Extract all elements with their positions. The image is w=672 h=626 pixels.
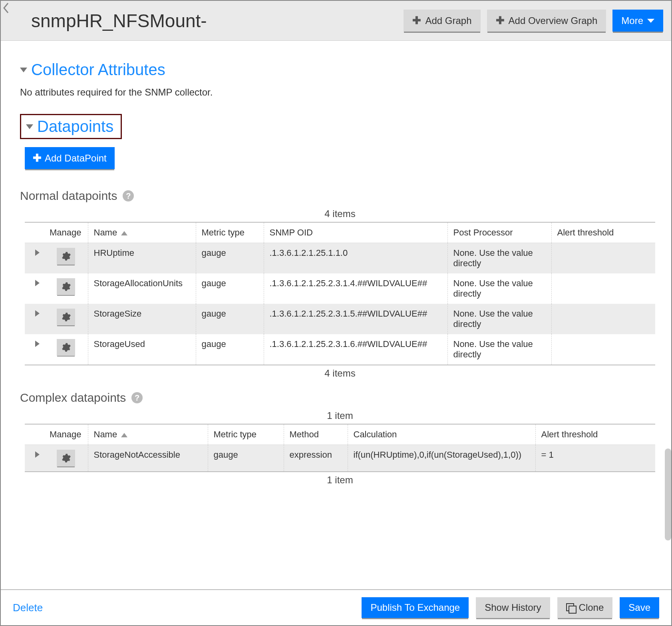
add-overview-graph-button[interactable]: ✚ Add Overview Graph (487, 10, 606, 32)
cell-metric: gauge (208, 445, 284, 472)
expand-triangle-icon (35, 341, 40, 347)
datapoints-title: Datapoints (37, 118, 113, 136)
manage-cell (44, 304, 88, 334)
cell-alert (551, 273, 655, 304)
cell-alert: = 1 (535, 445, 655, 472)
plus-icon: ✚ (496, 14, 505, 27)
page-title: snmpHR_NFSMount- (17, 10, 207, 32)
cell-metric: gauge (196, 334, 264, 365)
help-icon[interactable]: ? (123, 190, 134, 201)
col-manage[interactable]: Manage (44, 222, 88, 243)
collector-attributes-title: Collector Attributes (31, 61, 165, 79)
clone-icon (566, 603, 575, 612)
normal-datapoints-heading: Normal datapoints ? (20, 189, 655, 203)
table-row: StorageAllocationUnitsgauge.1.3.6.1.2.1.… (25, 273, 655, 304)
disclosure-triangle-icon (20, 68, 27, 72)
cell-alert (551, 243, 655, 274)
gear-button[interactable] (57, 248, 75, 265)
sort-asc-icon (121, 231, 127, 235)
complex-table-count-bottom: 1 item (25, 474, 655, 486)
col-metric[interactable]: Metric type (196, 222, 264, 243)
normal-table-count-bottom: 4 items (25, 368, 655, 379)
table-row: StorageSizegauge.1.3.6.1.2.1.25.2.3.1.5.… (25, 304, 655, 334)
footer-toolbar: Delete Publish To Exchange Show History … (1, 589, 671, 625)
col-metric[interactable]: Metric type (208, 424, 284, 445)
col-calc[interactable]: Calculation (348, 424, 535, 445)
complex-datapoints-label: Complex datapoints (20, 391, 126, 405)
help-icon[interactable]: ? (131, 392, 143, 403)
collapse-panel-icon[interactable] (1, 0, 12, 16)
plus-icon: ✚ (33, 152, 42, 164)
col-post[interactable]: Post Processor (447, 222, 551, 243)
expand-row-toggle[interactable] (25, 445, 44, 472)
manage-cell (44, 243, 88, 274)
delete-link[interactable]: Delete (13, 602, 43, 614)
clone-button[interactable]: Clone (557, 597, 613, 618)
col-method[interactable]: Method (284, 424, 348, 445)
normal-datapoints-table: Manage Name Metric type SNMP OID Post Pr… (25, 222, 655, 365)
scrollbar-thumb[interactable] (665, 449, 671, 540)
cell-name: StorageSize (88, 304, 196, 334)
cell-alert (551, 334, 655, 365)
collector-attributes-header[interactable]: Collector Attributes (20, 61, 655, 79)
expand-triangle-icon (35, 280, 40, 286)
clone-label: Clone (579, 602, 604, 613)
more-label: More (621, 15, 643, 26)
cell-metric: gauge (196, 273, 264, 304)
datapoints-header[interactable]: Datapoints (20, 114, 122, 139)
col-manage[interactable]: Manage (44, 424, 88, 445)
col-oid[interactable]: SNMP OID (264, 222, 447, 243)
expand-triangle-icon (35, 249, 40, 256)
cell-post: None. Use the value directly (447, 243, 551, 274)
col-name[interactable]: Name (88, 222, 196, 243)
add-datapoint-label: Add DataPoint (45, 153, 107, 164)
cell-oid: .1.3.6.1.2.1.25.2.3.1.6.##WILDVALUE## (264, 334, 447, 365)
more-button[interactable]: More (612, 10, 663, 32)
show-history-button[interactable]: Show History (476, 597, 550, 618)
gear-button[interactable] (57, 309, 75, 325)
gear-button[interactable] (57, 339, 75, 356)
cell-oid: .1.3.6.1.2.1.25.2.3.1.5.##WILDVALUE## (264, 304, 447, 334)
cell-calc: if(un(HRUptime),0,if(un(StorageUsed),1,0… (348, 445, 535, 472)
expand-row-toggle[interactable] (25, 304, 44, 334)
disclosure-triangle-icon (26, 124, 33, 129)
table-row: StorageNotAccessiblegaugeexpressionif(un… (25, 445, 655, 472)
add-graph-button[interactable]: ✚ Add Graph (404, 10, 480, 32)
expand-row-toggle[interactable] (25, 334, 44, 365)
cell-metric: gauge (196, 304, 264, 334)
col-alert[interactable]: Alert threshold (535, 424, 655, 445)
add-datapoint-button[interactable]: ✚ Add DataPoint (25, 147, 115, 169)
complex-datapoints-table: Manage Name Metric type Method Calculati… (25, 424, 655, 472)
manage-cell (44, 273, 88, 304)
cell-metric: gauge (196, 243, 264, 274)
manage-cell (44, 445, 88, 472)
gear-button[interactable] (57, 450, 75, 467)
expand-triangle-icon (35, 451, 40, 458)
cell-post: None. Use the value directly (447, 304, 551, 334)
add-overview-graph-label: Add Overview Graph (509, 15, 598, 26)
col-name[interactable]: Name (88, 424, 208, 445)
manage-cell (44, 334, 88, 365)
cell-name: StorageUsed (88, 334, 196, 365)
normal-datapoints-label: Normal datapoints (20, 189, 117, 203)
expand-triangle-icon (35, 310, 40, 317)
cell-method: expression (284, 445, 348, 472)
table-row: StorageUsedgauge.1.3.6.1.2.1.25.2.3.1.6.… (25, 334, 655, 365)
expand-row-toggle[interactable] (25, 243, 44, 274)
cell-name: HRUptime (88, 243, 196, 274)
chevron-down-icon (647, 19, 654, 23)
cell-name: StorageAllocationUnits (88, 273, 196, 304)
top-toolbar: snmpHR_NFSMount- ✚ Add Graph ✚ Add Overv… (1, 1, 671, 41)
col-alert[interactable]: Alert threshold (551, 222, 655, 243)
expand-row-toggle[interactable] (25, 273, 44, 304)
cell-alert (551, 304, 655, 334)
cell-oid: .1.3.6.1.2.1.25.2.3.1.4.##WILDVALUE## (264, 273, 447, 304)
save-button[interactable]: Save (620, 597, 659, 618)
complex-datapoints-heading: Complex datapoints ? (20, 391, 655, 405)
cell-oid: .1.3.6.1.2.1.25.1.1.0 (264, 243, 447, 274)
cell-post: None. Use the value directly (447, 334, 551, 365)
gear-button[interactable] (57, 278, 75, 295)
cell-name: StorageNotAccessible (88, 445, 208, 472)
table-row: HRUptimegauge.1.3.6.1.2.1.25.1.1.0None. … (25, 243, 655, 274)
publish-to-exchange-button[interactable]: Publish To Exchange (362, 597, 469, 618)
